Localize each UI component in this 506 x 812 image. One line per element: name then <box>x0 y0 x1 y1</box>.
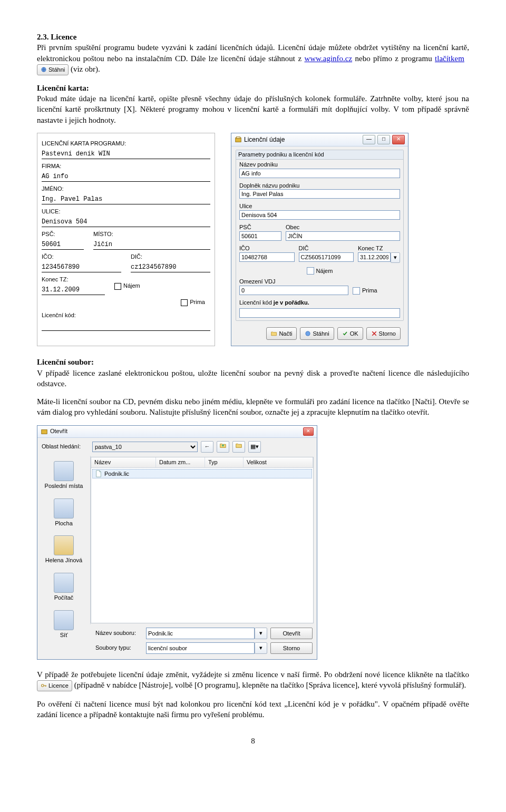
newfolder-button[interactable] <box>232 441 245 453</box>
card-konec: 31.12.2009 <box>42 285 105 295</box>
oblast-label: Oblast hledání: <box>42 443 89 451</box>
open-close-button[interactable]: ✕ <box>303 427 314 436</box>
page-number: 8 <box>37 736 469 746</box>
key-icon <box>41 682 47 689</box>
maximize-button[interactable]: □ <box>377 135 390 144</box>
stahni-button[interactable]: Stáhni <box>37 64 69 75</box>
section-title: 2.3. Licence <box>37 33 76 41</box>
open-file-dialog: Otevřít ✕ Oblast hledání: pastva_10 ← ▦▾… <box>37 425 317 660</box>
storno-label: Storno <box>379 330 396 338</box>
license-dialog: Licenční údaje — □ ✕ Parametry podniku a… <box>231 133 408 347</box>
ico-input[interactable] <box>239 252 295 262</box>
kod-input[interactable] <box>239 308 400 318</box>
dic-label: DIČ <box>299 244 354 252</box>
back-button[interactable]: ← <box>201 441 213 453</box>
stahni-button-dialog[interactable]: Stáhni <box>300 327 334 340</box>
place-user[interactable]: Helena Jínová <box>37 532 90 570</box>
open-cancel-button[interactable]: Storno <box>270 642 313 654</box>
ok-label: OK <box>350 330 358 338</box>
place-network[interactable]: Síť <box>37 607 90 644</box>
place-network-label: Síť <box>60 632 68 638</box>
para1c: (viz obr). <box>69 65 100 73</box>
konec-label: Konec TZ <box>358 244 400 252</box>
ico-label: IČO <box>239 244 295 252</box>
doplnek-input[interactable] <box>239 189 400 199</box>
para6: Po ověření či načtení licence musí být n… <box>37 699 469 720</box>
filename-dropdown[interactable]: ▾ <box>255 628 267 639</box>
open-titlebar[interactable]: Otevřít ✕ <box>37 426 317 438</box>
card-prima-checkbox <box>181 299 188 306</box>
card-jmeno-label: JMÉNO: <box>42 185 210 193</box>
place-computer-label: Počítač <box>54 594 74 601</box>
nacti-label: Načti <box>279 330 292 338</box>
card-psc-label: PSČ: <box>42 230 84 238</box>
najem-checkbox[interactable] <box>307 267 314 275</box>
heading-licencni-soubor: Licenční soubor: <box>37 358 94 366</box>
col-size[interactable]: Velikost <box>244 457 313 467</box>
ulice-input[interactable] <box>239 210 400 220</box>
svg-rect-6 <box>42 429 47 434</box>
filetype-select[interactable] <box>146 642 255 654</box>
open-button[interactable]: Otevřít <box>270 628 313 639</box>
kod-status: je v pořádku. <box>274 299 309 306</box>
para4: Máte-li licenční soubor na CD, pevném di… <box>37 396 469 418</box>
card-ico-label: IČO: <box>42 253 121 261</box>
konec-input[interactable] <box>358 252 391 262</box>
prima-label: Prima <box>362 287 377 295</box>
file-row[interactable]: Podnik.lic <box>92 469 312 479</box>
para3: V případě licence zaslané elektronickou … <box>37 369 469 388</box>
place-desktop-label: Plocha <box>55 520 73 526</box>
filename-input[interactable] <box>146 628 255 639</box>
card-ulice: Denisova 504 <box>42 217 210 227</box>
nacti-button[interactable]: Načti <box>266 327 297 340</box>
up-button[interactable] <box>217 441 229 453</box>
link-tlacitkem[interactable]: tlačítkem <box>435 54 464 63</box>
psc-input[interactable] <box>239 231 281 241</box>
col-name[interactable]: Název <box>91 457 156 467</box>
place-recent-label: Poslední místa <box>45 483 83 489</box>
link-aginfo[interactable]: www.aginfo.cz <box>304 54 352 63</box>
file-icon <box>95 470 102 477</box>
col-type[interactable]: Typ <box>205 457 244 467</box>
omez-input[interactable] <box>239 286 348 295</box>
card-jmeno: Ing. Pavel Palas <box>42 194 210 204</box>
para1b: nebo přímo z programu <box>352 54 435 63</box>
filetype-dropdown[interactable]: ▾ <box>255 642 267 654</box>
konec-dropdown[interactable]: ▾ <box>391 252 400 263</box>
card-ulice-label: ULICE: <box>42 208 210 216</box>
place-recent[interactable]: Poslední místa <box>37 458 90 495</box>
nazev-label: Název podniku <box>239 161 400 169</box>
licence-button[interactable]: Licence <box>37 680 72 691</box>
folder-open-icon <box>271 330 277 337</box>
ulice-label: Ulice <box>239 202 400 210</box>
folder-up-icon <box>219 442 227 449</box>
dialog-titlebar[interactable]: Licenční údaje — □ ✕ <box>231 133 408 146</box>
obec-label: Obec <box>286 223 400 231</box>
card-psc: 50601 <box>42 239 84 250</box>
folder-select[interactable]: pastva_10 <box>92 442 198 452</box>
place-computer[interactable]: Počítač <box>37 570 90 607</box>
col-date[interactable]: Datum zm... <box>156 457 205 467</box>
obec-input[interactable] <box>286 231 400 241</box>
prima-checkbox[interactable] <box>353 287 360 295</box>
ok-button[interactable]: OK <box>337 327 363 340</box>
para2: Pokud máte údaje na licenční kartě, opiš… <box>37 94 469 124</box>
para5a: V případě že potřebujete licenční údaje … <box>37 670 469 679</box>
card-title: LICENČNÍ KARTA PROGRAMU: <box>42 140 210 148</box>
storno-button[interactable]: Storno <box>366 327 401 340</box>
nazev-input[interactable] <box>239 169 400 178</box>
dic-input[interactable] <box>299 252 354 262</box>
close-button[interactable]: ✕ <box>392 135 405 144</box>
card-dic: cz1234567890 <box>131 262 210 272</box>
card-firma: AG info <box>42 171 210 182</box>
stahni-label: Stáhni <box>48 66 65 74</box>
views-button[interactable]: ▦▾ <box>248 441 261 453</box>
place-desktop[interactable]: Plocha <box>37 495 90 533</box>
para-licencni-soubor: Licenční soubor: V případě licence zasla… <box>37 357 469 389</box>
place-user-label: Helena Jínová <box>45 557 82 563</box>
license-card: LICENČNÍ KARTA PROGRAMU: Pastevní deník … <box>37 133 215 347</box>
card-najem-label: Nájem <box>123 282 140 289</box>
app-icon-open <box>41 428 48 435</box>
card-konec-label: Konec TZ: <box>42 276 105 283</box>
minimize-button[interactable]: — <box>363 135 375 144</box>
